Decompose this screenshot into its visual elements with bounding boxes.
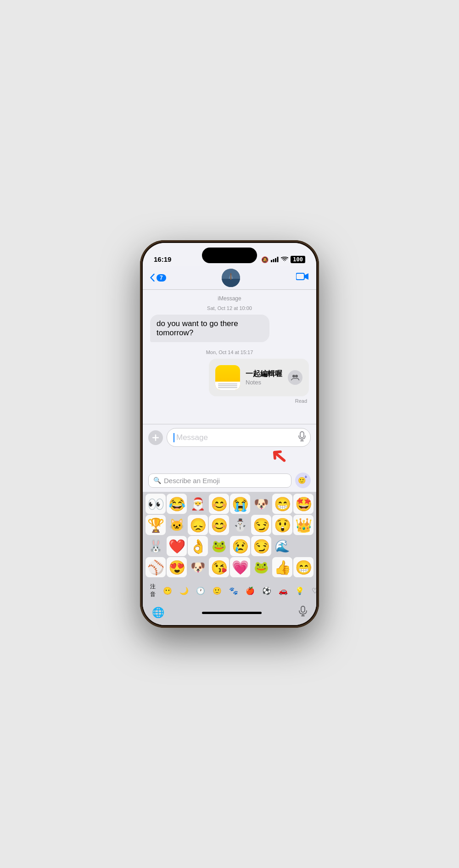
- emoji-heart[interactable]: ❤️: [167, 536, 187, 556]
- timestamp1: Sat, Oct 12 at 10:00: [150, 305, 309, 311]
- mic-icon[interactable]: [298, 431, 306, 444]
- cat-smiley-button[interactable]: 🙂: [209, 585, 225, 597]
- plus-icon: [152, 434, 159, 441]
- emoji-eyes[interactable]: 👀: [146, 494, 166, 514]
- emoji-smirk[interactable]: 😏: [251, 515, 271, 535]
- mute-icon: 🔕: [261, 256, 269, 263]
- emoji-anguish[interactable]: 😢: [230, 536, 250, 556]
- cat-ball-button[interactable]: ⚽: [258, 585, 275, 597]
- emoji-grin2[interactable]: 😁: [293, 557, 313, 577]
- emoji-cat-sleep[interactable]: 🐱: [167, 515, 187, 535]
- read-receipt: Read: [150, 398, 309, 404]
- emoji-baseball[interactable]: ⚾: [146, 557, 166, 577]
- emoji-snowman2[interactable]: ⛄: [230, 515, 250, 535]
- emoji-dog2-sticker[interactable]: 🐶: [188, 557, 208, 577]
- emoji-astonished[interactable]: 😲: [272, 515, 292, 535]
- group-icon: [291, 374, 299, 381]
- svg-rect-2: [275, 258, 276, 262]
- shared-card-action-btn[interactable]: [288, 370, 302, 385]
- message-input-field[interactable]: Message: [167, 428, 311, 447]
- messages-area[interactable]: iMessage Sat, Oct 12 at 10:00 do you wan…: [143, 290, 316, 424]
- dynamic-island: [202, 248, 257, 263]
- svg-rect-0: [271, 260, 272, 262]
- globe-button[interactable]: 🌐: [152, 607, 164, 619]
- emoji-add-button[interactable]: 🙂+: [295, 473, 311, 488]
- text-cursor: [174, 433, 174, 442]
- attachment-button[interactable]: [148, 430, 163, 445]
- battery-icon: 100: [291, 256, 305, 263]
- signal-icon: [271, 257, 279, 262]
- emoji-sad[interactable]: 😞: [188, 515, 208, 535]
- message-input-area: Message: [143, 424, 316, 451]
- emoji-frog-umbrella[interactable]: 🐸: [209, 536, 229, 556]
- emoji-happy[interactable]: 😊: [209, 515, 229, 535]
- nav-bar: 7: [143, 266, 316, 290]
- service-label: iMessage: [150, 295, 309, 302]
- emoji-search-field[interactable]: 🔍 Describe an Emoji: [148, 473, 291, 488]
- svg-rect-7: [230, 273, 231, 280]
- cat-moon-button[interactable]: 🌙: [176, 585, 192, 597]
- emoji-snowman-gift[interactable]: 🎅: [188, 494, 208, 514]
- cat-heart-button[interactable]: ♡: [308, 585, 316, 597]
- emoji-wave-sticker[interactable]: 🌊: [272, 536, 292, 556]
- emoji-smirk2[interactable]: 😏: [251, 536, 271, 556]
- shared-notes-card[interactable]: 一起編輯喔 Notes: [209, 359, 309, 396]
- cat-paw-button[interactable]: 🐾: [225, 585, 242, 597]
- emoji-heart-eyes[interactable]: 😍: [167, 557, 187, 577]
- phone-screen: 16:19 🔕 100: [143, 243, 316, 625]
- svg-point-11: [295, 375, 298, 378]
- cat-clock-button[interactable]: 🕐: [192, 585, 209, 597]
- status-icons: 🔕 100: [261, 256, 305, 263]
- back-button[interactable]: 7: [150, 274, 166, 282]
- emoji-dog-sticker[interactable]: 🐶: [251, 494, 271, 514]
- emoji-ok-hand[interactable]: 👌: [188, 536, 208, 556]
- back-badge: 7: [157, 274, 166, 282]
- svg-rect-12: [300, 432, 304, 438]
- emoji-star-eyes[interactable]: 🤩: [293, 494, 313, 514]
- svg-rect-1: [273, 259, 274, 262]
- shared-card-content: 一起編輯喔 Notes: [246, 369, 282, 386]
- emoji-frog2-umbrella[interactable]: 🐸: [251, 557, 271, 577]
- received-message-row: do you want to go there tomorrow?: [150, 315, 309, 346]
- emoji-grid: 👀 😂 🎅 😊 😭 🐶 😁 🤩 🏆 🐱 😞 😊 ⛄ 😏 😲 👑 🐰: [143, 492, 316, 579]
- emoji-laughcry[interactable]: 😂: [167, 494, 187, 514]
- shared-card-subtitle: Notes: [246, 379, 282, 386]
- cat-apple-button[interactable]: 🍎: [242, 585, 258, 597]
- emoji-bunny-sticker[interactable]: 🐰: [146, 536, 166, 556]
- emoji-thumbsup[interactable]: 👍: [272, 557, 292, 577]
- svg-point-10: [292, 375, 295, 378]
- cat-car-button[interactable]: 🚗: [275, 585, 291, 597]
- video-icon: [296, 272, 309, 281]
- timestamp2: Mon, Oct 14 at 15:17: [150, 349, 309, 355]
- keyboard-global-row: 🌐: [143, 603, 316, 625]
- emoji-pink-heart[interactable]: 💗: [230, 557, 250, 577]
- microphone-icon: [298, 431, 306, 441]
- emoji-grin[interactable]: 😁: [272, 494, 292, 514]
- phone-shell: 16:19 🔕 100: [140, 240, 319, 628]
- emoji-keyboard[interactable]: 🔍 Describe an Emoji 🙂+ 👀 😂 🎅 😊 😭 🐶 😁 🤩: [143, 469, 316, 625]
- emoji-crown[interactable]: 👑: [293, 515, 313, 535]
- emoji-smile[interactable]: 😊: [209, 494, 229, 514]
- cat-faces-button[interactable]: 😶: [159, 585, 176, 597]
- arrow-overlay: ➜: [143, 449, 316, 467]
- emoji-blank: [293, 536, 313, 556]
- emoji-trophy[interactable]: 🏆: [146, 515, 166, 535]
- svg-rect-8: [296, 273, 304, 280]
- svg-rect-15: [301, 606, 305, 612]
- emoji-sobbing[interactable]: 😭: [230, 494, 250, 514]
- sent-card-row: 一起編輯喔 Notes: [150, 359, 309, 398]
- video-call-button[interactable]: [296, 272, 309, 284]
- status-time: 16:19: [154, 255, 171, 263]
- search-icon: 🔍: [153, 477, 161, 484]
- keyboard-mic-button[interactable]: [299, 606, 307, 620]
- emoji-search-placeholder: Describe an Emoji: [164, 477, 220, 485]
- avatar-image: [222, 269, 240, 287]
- cat-bulb-button[interactable]: 💡: [291, 585, 308, 597]
- bopomofo-button[interactable]: 注音: [146, 581, 159, 600]
- home-indicator: [202, 612, 262, 614]
- emoji-kiss[interactable]: 😘: [209, 557, 229, 577]
- contact-avatar[interactable]: [222, 269, 240, 287]
- wifi-icon: [281, 257, 288, 262]
- notes-app-icon: [215, 365, 240, 390]
- shared-card-title: 一起編輯喔: [246, 369, 282, 379]
